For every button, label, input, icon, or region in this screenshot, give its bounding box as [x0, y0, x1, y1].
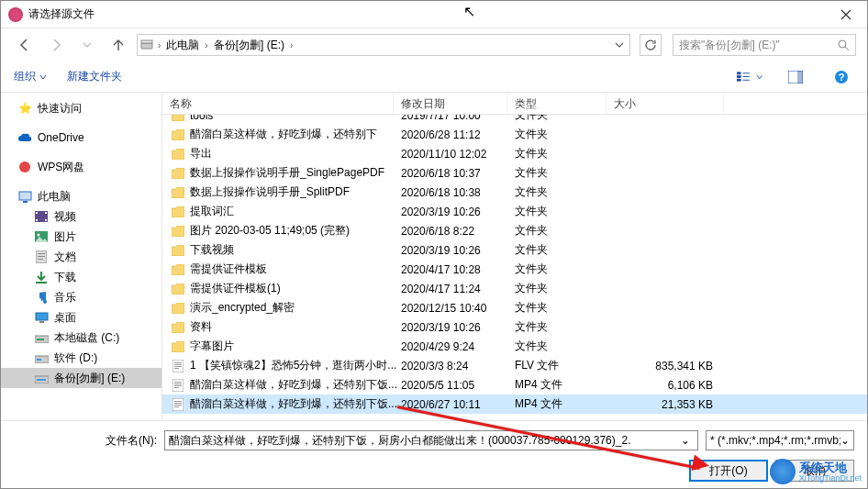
file-row[interactable]: 数据上报操作说明手册_SinglePagePDF2020/6/18 10:37文… — [162, 163, 867, 183]
breadcrumb-dropdown[interactable] — [611, 40, 628, 50]
col-name[interactable]: 名称 — [162, 93, 394, 114]
file-row[interactable]: 导出2020/11/10 12:02文件夹 — [162, 144, 867, 163]
folder-icon — [170, 322, 186, 333]
watermark-icon — [770, 459, 796, 484]
file-type: FLV 文件 — [515, 358, 614, 373]
refresh-button[interactable] — [640, 34, 662, 56]
help-button[interactable]: ? — [829, 70, 854, 84]
file-row[interactable]: 图片 2020-03-05 11;49;05 (完整)2020/6/18 8:2… — [162, 221, 867, 240]
file-date: 2019/7/17 10:00 — [401, 115, 515, 122]
folder-icon — [170, 264, 186, 275]
breadcrumb[interactable]: › 此电脑 › 备份[勿删] (E:) › — [137, 34, 630, 56]
svg-rect-20 — [45, 219, 47, 221]
svg-rect-35 — [37, 379, 46, 381]
file-name: 醋溜白菜这样做，好吃到爆，还特别下 — [190, 127, 401, 142]
file-row[interactable]: tools2019/7/17 10:00文件夹 — [162, 115, 867, 125]
file-name: 数据上报操作说明手册_SplitPDF — [190, 184, 401, 200]
file-row[interactable]: 醋溜白菜这样做，好吃到爆，还特别下2020/6/28 11:12文件夹 — [162, 125, 867, 144]
music-icon — [34, 290, 49, 305]
sidebar-item-downloads[interactable]: 下载 — [1, 267, 161, 287]
sidebar-item-documents[interactable]: 文档 — [1, 247, 161, 267]
document-icon — [34, 250, 49, 264]
svg-rect-6 — [743, 72, 750, 73]
col-type[interactable]: 类型 — [507, 93, 606, 114]
file-date: 2020/6/18 8:22 — [401, 225, 515, 238]
svg-rect-17 — [36, 212, 38, 214]
file-row[interactable]: 数据上报操作说明手册_SplitPDF2020/6/18 10:38文件夹 — [162, 183, 867, 202]
sidebar: ⭐快速访问 OneDrive WPS网盘 此电脑 视频 图片 文档 下载 音乐 … — [1, 93, 162, 421]
file-row[interactable]: 1 【笑镇惊魂2】恐怖5分钟，逛街两小时...2020/3/3 8:24FLV … — [162, 356, 867, 375]
svg-rect-4 — [737, 75, 741, 78]
sidebar-item-music[interactable]: 音乐 — [1, 287, 161, 307]
file-row[interactable]: 提取词汇2020/3/19 10:26文件夹 — [162, 202, 867, 221]
filename-dropdown[interactable]: ⌄ — [677, 434, 694, 447]
window-title: 请选择源文件 — [28, 6, 825, 22]
file-row[interactable]: 字幕图片2020/4/29 9:24文件夹 — [162, 337, 867, 356]
file-row[interactable]: 醋溜白菜这样做，好吃到爆，还特别下饭...2020/6/27 10:11MP4 … — [162, 395, 867, 414]
svg-rect-37 — [174, 362, 182, 363]
sidebar-item-desktop[interactable]: 桌面 — [1, 307, 161, 328]
col-size[interactable]: 大小 — [606, 93, 724, 114]
folder-icon — [170, 245, 186, 256]
back-button[interactable] — [12, 32, 38, 58]
file-date: 2020/5/5 11:05 — [401, 379, 515, 392]
up-button[interactable] — [106, 32, 131, 58]
arrow-right-icon — [49, 38, 63, 52]
drive-icon — [34, 350, 49, 365]
filename-input[interactable]: 醋溜白菜这样做，好吃到爆，还特别下饭，厨房小白都能做出来！(000037.785… — [164, 430, 698, 450]
preview-pane-button[interactable] — [783, 71, 808, 83]
file-icon — [170, 360, 186, 372]
organize-button[interactable]: 组织 — [14, 69, 47, 84]
sidebar-item-disk-d[interactable]: 软件 (D:) — [1, 348, 161, 368]
svg-rect-31 — [37, 339, 44, 340]
sidebar-item-disk-e[interactable]: 备份[勿删] (E:) — [1, 368, 161, 388]
filter-select[interactable]: * (*.mkv;*.mp4;*.rm;*.rmvb;*.f ⌄ — [706, 430, 854, 450]
forward-button[interactable] — [43, 32, 69, 58]
recent-dropdown[interactable] — [74, 32, 100, 58]
sidebar-item-quick[interactable]: ⭐快速访问 — [1, 98, 161, 118]
new-folder-button[interactable]: 新建文件夹 — [67, 69, 122, 84]
file-name: 1 【笑镇惊魂2】恐怖5分钟，逛街两小时... — [190, 358, 401, 373]
drive-icon — [139, 39, 154, 51]
file-type: 文件夹 — [515, 242, 614, 258]
file-name: 数据上报操作说明手册_SinglePagePDF — [190, 165, 401, 181]
file-type: 文件夹 — [515, 261, 614, 277]
sidebar-item-wps[interactable]: WPS网盘 — [1, 157, 161, 177]
file-row[interactable]: 下载视频2020/3/19 10:26文件夹 — [162, 240, 867, 260]
arrow-left-icon — [17, 38, 32, 52]
navbar: › 此电脑 › 备份[勿删] (E:) › 搜索"备份[勿删] (E:)" — [1, 28, 867, 61]
file-type: 文件夹 — [515, 127, 614, 142]
file-row[interactable]: 需提供证件模板(1)2020/4/17 11:24文件夹 — [162, 279, 867, 298]
sidebar-item-video[interactable]: 视频 — [1, 206, 161, 227]
cloud-icon — [17, 130, 32, 145]
svg-rect-48 — [174, 403, 182, 404]
file-date: 2020/4/29 9:24 — [401, 340, 515, 353]
file-name: tools — [190, 115, 401, 122]
sidebar-item-thispc[interactable]: 此电脑 — [1, 186, 161, 206]
sidebar-item-pictures[interactable]: 图片 — [1, 227, 161, 247]
file-size: 6,106 KB — [614, 379, 724, 392]
app-icon — [8, 7, 23, 22]
breadcrumb-seg-drive[interactable]: 备份[勿删] (E:) — [212, 38, 286, 53]
file-date: 2020/3/3 8:24 — [401, 360, 515, 372]
sidebar-item-onedrive[interactable]: OneDrive — [1, 128, 161, 148]
file-list-body[interactable]: tools2019/7/17 10:00文件夹醋溜白菜这样做，好吃到爆，还特别下… — [162, 115, 867, 421]
file-size: 21,353 KB — [614, 398, 724, 411]
file-row[interactable]: 需提供证件模板2020/4/17 10:28文件夹 — [162, 260, 867, 279]
sidebar-item-disk-c[interactable]: 本地磁盘 (C:) — [1, 328, 161, 348]
file-type: 文件夹 — [515, 204, 614, 219]
file-type: 文件夹 — [515, 165, 614, 181]
view-button[interactable] — [737, 71, 762, 83]
file-row[interactable]: 资料2020/3/19 10:26文件夹 — [162, 317, 867, 337]
file-row[interactable]: 演示_encrypted_解密2020/12/15 10:40文件夹 — [162, 298, 867, 317]
wps-icon — [17, 160, 32, 174]
search-input[interactable]: 搜索"备份[勿删] (E:)" — [673, 34, 856, 56]
file-row[interactable]: 醋溜白菜这样做，好吃到爆，还特别下饭...2020/5/5 11:05MP4 文… — [162, 375, 867, 395]
close-button[interactable] — [825, 1, 867, 28]
file-type: 文件夹 — [515, 146, 614, 161]
col-date[interactable]: 修改日期 — [394, 93, 507, 114]
svg-point-22 — [38, 234, 40, 237]
file-date: 2020/4/17 11:24 — [401, 283, 515, 295]
breadcrumb-seg-pc[interactable]: 此电脑 — [164, 38, 201, 53]
svg-rect-47 — [174, 401, 182, 402]
